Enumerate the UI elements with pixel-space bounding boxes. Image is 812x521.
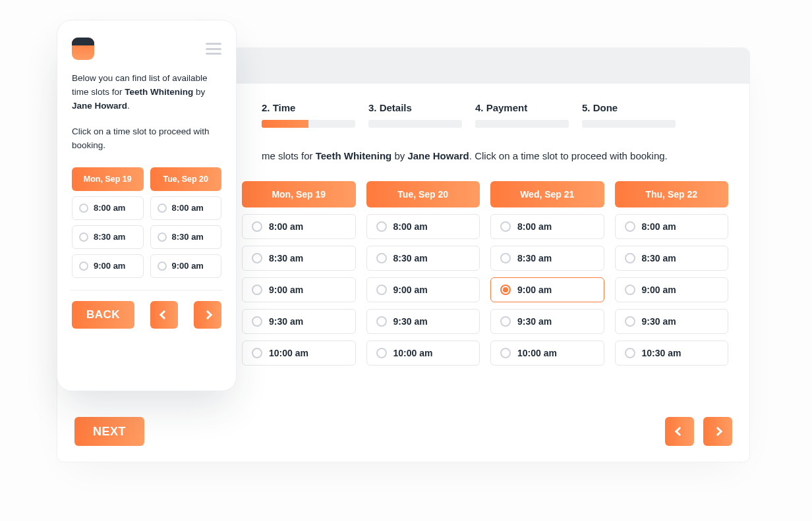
time-slot-label: 8:00 am [172, 203, 204, 213]
time-slot[interactable]: 10:30 am [615, 341, 729, 366]
time-slot[interactable]: 9:00 am [72, 254, 144, 278]
time-slot[interactable]: 9:00 am [366, 277, 480, 302]
time-slot[interactable]: 9:00 am [150, 254, 222, 278]
day-header: Tue, Sep 20 [366, 181, 480, 207]
hamburger-icon [206, 43, 221, 45]
time-slot[interactable]: 8:30 am [72, 225, 144, 249]
radio-icon [252, 316, 262, 327]
time-slot[interactable]: 9:30 am [615, 309, 729, 334]
time-slot[interactable]: 8:00 am [150, 196, 222, 220]
step-label: 5. Done [582, 102, 676, 113]
time-slot[interactable]: 10:00 am [366, 341, 480, 366]
time-slot[interactable]: 8:30 am [366, 246, 480, 271]
time-slot-label: 10:00 am [393, 348, 433, 358]
time-slot-label: 8:00 am [94, 203, 125, 213]
step: 2. Time [262, 102, 355, 128]
radio-icon [158, 204, 167, 213]
time-slot-label: 9:30 am [393, 316, 428, 327]
radio-icon [158, 233, 167, 242]
day-column: Wed, Sep 218:00 am8:30 am9:00 am9:30 am1… [490, 181, 604, 366]
step-label: 3. Details [368, 102, 462, 113]
chevron-left-icon [160, 310, 169, 319]
next-week-button[interactable] [703, 417, 732, 446]
day-column: Mon, Sep 198:00 am8:30 am9:00 am [72, 167, 144, 278]
chevron-right-icon [713, 427, 722, 436]
time-slot[interactable]: 8:30 am [150, 225, 222, 249]
time-slot[interactable]: 8:00 am [72, 196, 144, 220]
step-bar [582, 120, 676, 128]
mobile-panel: Below you can find list of available tim… [57, 20, 237, 391]
time-slot-label: 8:30 am [642, 253, 676, 263]
time-slot-label: 10:30 am [642, 348, 682, 358]
day-header: Tue, Sep 20 [150, 167, 222, 191]
next-button[interactable]: NEXT [74, 417, 144, 446]
radio-icon [500, 316, 511, 327]
radio-icon [376, 285, 387, 295]
menu-button[interactable] [206, 43, 221, 55]
time-slot[interactable]: 8:00 am [615, 214, 729, 239]
step: 5. Done [582, 102, 676, 128]
time-slot-label: 8:00 am [393, 221, 428, 232]
mobile-instruction-1: Below you can find list of available tim… [72, 72, 221, 113]
time-slot-label: 8:00 am [642, 221, 676, 232]
radio-icon [79, 204, 88, 213]
time-slot-label: 9:30 am [517, 316, 552, 327]
step-label: 2. Time [262, 102, 355, 113]
time-slot-label: 9:00 am [517, 285, 552, 295]
time-slot[interactable]: 8:00 am [366, 214, 480, 239]
time-slot[interactable]: 9:00 am [490, 277, 604, 302]
day-header: Mon, Sep 19 [242, 181, 356, 207]
time-slot[interactable]: 10:00 am [242, 341, 356, 366]
day-header: Mon, Sep 19 [72, 167, 144, 191]
step-bar [475, 120, 569, 128]
radio-icon [376, 316, 387, 327]
time-slot[interactable]: 8:00 am [242, 214, 356, 239]
radio-icon [625, 253, 635, 263]
mobile-prev-button[interactable] [150, 301, 178, 329]
time-slot-label: 8:30 am [269, 253, 303, 263]
step: 4. Payment [475, 102, 569, 128]
prev-week-button[interactable] [665, 417, 694, 446]
time-slot[interactable]: 8:30 am [242, 246, 356, 271]
time-slot-label: 9:00 am [393, 285, 428, 295]
radio-icon [252, 221, 262, 232]
time-slot-label: 9:00 am [94, 261, 125, 271]
day-column: Thu, Sep 228:00 am8:30 am9:00 am9:30 am1… [615, 181, 729, 366]
back-button[interactable]: BACK [72, 301, 134, 329]
radio-icon [376, 253, 387, 263]
time-slot[interactable]: 8:30 am [490, 246, 604, 271]
step-label: 4. Payment [475, 102, 569, 113]
day-column: Tue, Sep 208:00 am8:30 am9:00 am [150, 167, 222, 278]
radio-icon [625, 316, 635, 327]
radio-icon [376, 348, 387, 358]
time-slot[interactable]: 9:30 am [242, 309, 356, 334]
time-slot[interactable]: 9:00 am [242, 277, 356, 302]
chevron-right-icon [203, 310, 212, 319]
mobile-time-slot-grid: Mon, Sep 198:00 am8:30 am9:00 amTue, Sep… [72, 167, 221, 278]
app-logo [72, 38, 94, 60]
time-slot[interactable]: 8:30 am [615, 246, 729, 271]
time-slot[interactable]: 10:00 am [490, 341, 604, 366]
time-slot-label: 9:30 am [269, 316, 303, 327]
day-column: Tue, Sep 208:00 am8:30 am9:00 am9:30 am1… [366, 181, 480, 366]
time-slot-label: 9:30 am [642, 316, 676, 327]
time-slot-label: 8:30 am [94, 232, 125, 242]
mobile-instruction-2: Click on a time slot to proceed with boo… [72, 125, 221, 153]
radio-icon [625, 348, 635, 358]
day-column: Mon, Sep 198:00 am8:30 am9:00 am9:30 am1… [242, 181, 356, 366]
radio-icon [79, 261, 88, 271]
time-slot[interactable]: 9:00 am [615, 277, 729, 302]
radio-icon [500, 253, 511, 263]
time-slot[interactable]: 9:30 am [490, 309, 604, 334]
step-bar [368, 120, 462, 128]
time-slot[interactable]: 9:30 am [366, 309, 480, 334]
radio-icon [625, 285, 635, 295]
step: 3. Details [368, 102, 462, 128]
time-slot[interactable]: 8:00 am [490, 214, 604, 239]
mobile-next-button[interactable] [194, 301, 221, 329]
step-bar [262, 120, 355, 128]
radio-icon [376, 221, 387, 232]
radio-icon [500, 285, 511, 295]
day-header: Wed, Sep 21 [490, 181, 604, 207]
time-slot-label: 8:30 am [172, 232, 204, 242]
